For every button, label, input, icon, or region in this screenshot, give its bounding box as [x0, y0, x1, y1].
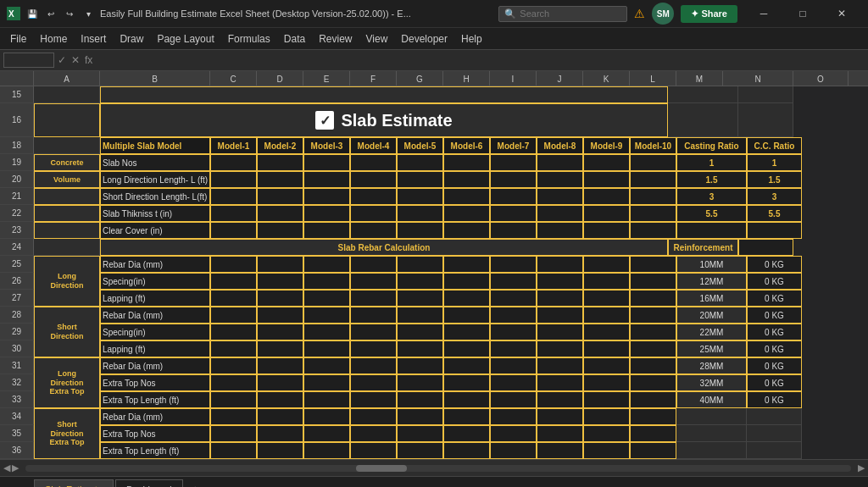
menu-help[interactable]: Help [454, 30, 489, 47]
scroll-track[interactable] [25, 465, 851, 472]
cell-rein-25mm-kg: 0 KG [747, 340, 802, 357]
row-19: 19 Concrete Slab Nos 1 1 [0, 154, 868, 171]
formula-fx[interactable]: fx [85, 54, 92, 66]
rownum-27: 27 [0, 290, 34, 307]
cell-34-m9 [583, 408, 630, 425]
col-header-G: G [397, 71, 443, 86]
minimize-button[interactable]: ─ [744, 0, 783, 27]
cell-slab-nos-m2 [257, 154, 303, 171]
cell-21-m6 [443, 188, 490, 205]
tab-dashboard[interactable]: Dashboard [115, 479, 183, 487]
more-icon[interactable]: ▾ [81, 7, 95, 20]
scroll-thumb[interactable] [356, 465, 407, 472]
rownum-23: 23 [0, 222, 34, 239]
cell-A21 [34, 188, 100, 205]
menu-page-layout[interactable]: Page Layout [150, 30, 220, 47]
close-button[interactable]: ✕ [822, 0, 861, 27]
cell-28-m1 [210, 307, 257, 324]
scroll-left[interactable]: ◀ [3, 462, 10, 473]
cell-rein-25mm: 25MM [676, 340, 747, 357]
cell-27-m10 [630, 290, 676, 307]
cell-28-m5 [397, 307, 443, 324]
cell-35-m4 [350, 425, 397, 442]
tab-slab-estimate[interactable]: Slab Estimate [34, 479, 114, 487]
menu-data[interactable]: Data [277, 30, 312, 47]
cell-rein-16mm: 16MM [676, 290, 747, 307]
formula-check[interactable]: ✓ [58, 54, 66, 66]
short-extra-top-group: 34 35 36 ShortDirectionExtra Top Rebar D… [0, 408, 868, 459]
cell-23-m6 [443, 222, 490, 239]
cell-model1: Model-1 [210, 137, 257, 154]
cell-32-m10 [630, 374, 676, 391]
redo-icon[interactable]: ↪ [63, 7, 76, 20]
cell-36-m8 [537, 442, 583, 459]
menu-insert[interactable]: Insert [74, 30, 113, 47]
search-input[interactable] [520, 8, 621, 19]
cell-26-m9 [583, 273, 630, 290]
cell-extra-top-nos-long: Extra Top Nos [100, 374, 210, 391]
cell-model9: Model-9 [583, 137, 630, 154]
cell-34-m7 [490, 408, 537, 425]
row-23: 23 Clear Cover (in) [0, 222, 868, 239]
title-bar: X 💾 ↩ ↪ ▾ Easily Full Building Estimate … [0, 0, 868, 27]
cell-36-m9 [583, 442, 630, 459]
menu-home[interactable]: Home [33, 30, 74, 47]
cell-25-m1 [210, 256, 257, 273]
cell-22-m1 [210, 205, 257, 222]
undo-icon[interactable]: ↩ [44, 7, 58, 20]
cell-21-m1 [210, 188, 257, 205]
menu-review[interactable]: Review [312, 30, 359, 47]
cell-O15 [738, 86, 793, 103]
cell-33-m4 [350, 391, 397, 408]
cell-32-m6 [443, 374, 490, 391]
cell-33-m8 [537, 391, 583, 408]
rownum-36: 36 [0, 442, 34, 459]
cell-25-m8 [537, 256, 583, 273]
add-tab-button[interactable]: + [185, 483, 206, 487]
scroll-right[interactable]: ▶ [12, 462, 19, 473]
menu-developer[interactable]: Developer [394, 30, 454, 47]
cell-25-m2 [257, 256, 303, 273]
cell-slab-nos-m10 [630, 154, 676, 171]
cell-34-m6 [443, 408, 490, 425]
cell-20-m1 [210, 171, 257, 188]
cell-30-m6 [443, 340, 490, 357]
cell-volume-label-20: Volume [34, 171, 100, 188]
cell-29-m8 [537, 324, 583, 340]
scroll-end[interactable]: ▶ [858, 462, 865, 473]
cell-32-m3 [303, 374, 350, 391]
cell-extra-top-nos-short: Extra Top Nos [100, 425, 210, 442]
cell-26-m5 [397, 273, 443, 290]
menu-draw[interactable]: Draw [113, 30, 150, 47]
cell-rebar-dia-short-extra: Rebar Dia (mm) [100, 408, 210, 425]
cell-22-m8 [537, 205, 583, 222]
cell-clear-cover: Clear Cover (in) [100, 222, 210, 239]
cell-rein-40mm-kg: 0 KG [747, 391, 802, 408]
cell-model3: Model-3 [303, 137, 350, 154]
cell-29-m3 [303, 324, 350, 340]
save-icon[interactable]: 💾 [25, 7, 39, 20]
cell-25-m7 [490, 256, 537, 273]
cell-slab-rebar-header: Slab Rebar Calculation [100, 239, 668, 256]
cell-22-m2 [257, 205, 303, 222]
cell-21-m9 [583, 188, 630, 205]
cell-28-m10 [630, 307, 676, 324]
formula-input[interactable] [96, 54, 865, 66]
cell-29-m6 [443, 324, 490, 340]
long-extra-top-group: 31 32 33 LongDirectionExtra Top Rebar Di… [0, 357, 868, 408]
row-16-17: 16 ✓ Slab Estimate [0, 103, 868, 137]
menu-formulas[interactable]: Formulas [221, 30, 277, 47]
search-box[interactable]: 🔍 [498, 6, 627, 22]
cell-rein-32mm: 32MM [676, 374, 747, 391]
cell-rein-16mm-kg: 0 KG [747, 290, 802, 307]
menu-view[interactable]: View [359, 30, 395, 47]
cell-32-m7 [490, 374, 537, 391]
formula-cross[interactable]: ✕ [71, 54, 80, 66]
cell-31-m8 [537, 357, 583, 374]
share-button[interactable]: ✦ Share [681, 5, 737, 23]
cell-short-extra-top-label: ShortDirectionExtra Top [34, 408, 100, 459]
menu-file[interactable]: File [3, 30, 33, 47]
cell-21-m5 [397, 188, 443, 205]
cell-reference[interactable]: A40 [3, 53, 54, 68]
maximize-button[interactable]: □ [783, 0, 822, 27]
